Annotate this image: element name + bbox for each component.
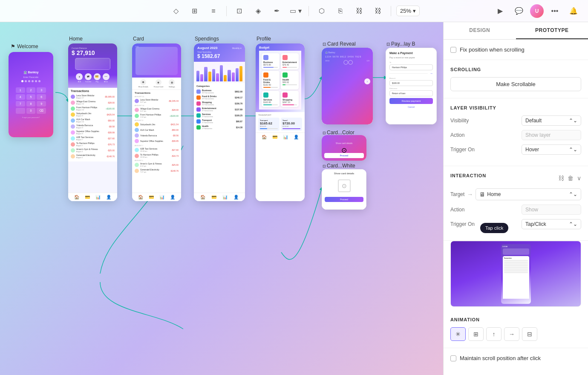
zoom-value: 25% bbox=[400, 8, 411, 14]
spendings-content: August 2023 Monthly ▾ Total Spending $ 1… bbox=[194, 43, 245, 201]
card-label: Card bbox=[133, 36, 144, 42]
anim-push-button[interactable]: ⊟ bbox=[522, 327, 537, 341]
anim-instant-button[interactable]: ✳ bbox=[450, 327, 466, 341]
anim-slide-right-button[interactable]: → bbox=[504, 327, 519, 341]
user-avatar[interactable]: U bbox=[530, 4, 544, 18]
visibility-row: Visibility Default ⌃⌄ bbox=[450, 115, 581, 126]
action-placeholder[interactable]: Show layer bbox=[522, 130, 581, 140]
divider-2 bbox=[308, 6, 309, 16]
zoom-control[interactable]: 25% ▾ bbox=[396, 6, 420, 16]
toolbar-right: ▶ 💬 U ••• 🔔 bbox=[493, 3, 581, 19]
right-panel: DESIGN PROTOTYPE Fix position when scrol… bbox=[443, 22, 588, 375]
scrolling-section: SCROLLING Make Scrollable bbox=[444, 60, 588, 98]
interaction-header: INTERACTION ⛓ 🗑 ∨ bbox=[450, 173, 581, 183]
card-reveal-label: ⊡Card Reveal bbox=[323, 41, 356, 47]
layer-visibility-section: LAYER VISIBILITY Visibility Default ⌃⌄ A… bbox=[444, 98, 588, 166]
target-select[interactable]: 🖥 Home ⌃⌄ bbox=[476, 188, 581, 200]
card-white-content: Show card details ⊙ Proceed bbox=[322, 169, 366, 210]
interaction-trigger-label: Trigger On bbox=[450, 221, 475, 227]
interaction-expand-icon[interactable]: ∨ bbox=[577, 175, 581, 182]
welcome-label: ⚑Welcome bbox=[11, 43, 38, 49]
diamond-tool[interactable]: ◇ bbox=[168, 3, 184, 19]
interaction-action-row: Action Show bbox=[450, 205, 581, 215]
layout-tool[interactable]: ⊞ bbox=[187, 3, 202, 19]
visibility-label: Visibility bbox=[450, 118, 469, 124]
visibility-select[interactable]: Default ⌃⌄ bbox=[522, 115, 581, 126]
card-frame[interactable]: 9:41 👁 Show Details ❄ Freeze Card ⚙ Sett… bbox=[132, 43, 181, 201]
maintain-scroll-row: Maintain scroll position after click bbox=[444, 348, 588, 368]
scrolling-title: SCROLLING bbox=[450, 67, 581, 72]
more-button[interactable]: ••• bbox=[547, 3, 562, 19]
visibility-chevron: ⌃⌄ bbox=[569, 118, 577, 124]
panel-tabs: DESIGN PROTOTYPE bbox=[444, 22, 588, 40]
trigger-select[interactable]: Hover ⌃⌄ bbox=[522, 144, 581, 155]
divider-1 bbox=[226, 6, 227, 16]
interaction-trigger-select[interactable]: Tap/Click ⌃⌄ bbox=[522, 219, 581, 229]
profile-label: Profile bbox=[257, 36, 271, 42]
link-tool[interactable]: ⛓ bbox=[352, 3, 367, 19]
action-label: Action bbox=[450, 132, 464, 138]
trigger-label: Trigger On bbox=[450, 147, 475, 153]
link2-tool[interactable]: ⛓ bbox=[370, 3, 386, 19]
animation-title: Animation bbox=[450, 317, 581, 322]
fix-position-section: Fix position when scrolling bbox=[444, 40, 588, 60]
card-white-label: ⊡Card...White bbox=[323, 163, 355, 169]
comment-button[interactable]: 💬 bbox=[511, 3, 527, 19]
home-content: Current Balance $ 27,910 + Add ⇄ Transfe… bbox=[68, 43, 117, 201]
interaction-trigger-row: Trigger On Tap/Click ⌃⌄ bbox=[450, 219, 581, 229]
interaction-action-placeholder[interactable]: Show bbox=[522, 205, 581, 215]
target-chevron: ⌃⌄ bbox=[569, 191, 577, 197]
frame-tool[interactable]: ⊡ bbox=[232, 3, 247, 19]
welcome-frame[interactable]: 🏦 Banksy Enter Passcode 123 456 789 0⌫ F… bbox=[9, 52, 53, 137]
maintain-scroll-checkbox[interactable] bbox=[450, 355, 456, 361]
pen-tool[interactable]: ✒ bbox=[269, 3, 285, 19]
design-tab[interactable]: DESIGN bbox=[444, 22, 516, 39]
target-label: Target bbox=[450, 191, 464, 197]
animation-section: Animation ✳ ⊞ ↑ → ⊟ bbox=[444, 310, 588, 348]
card-color-label: ⊡Card...Color bbox=[323, 130, 355, 136]
zoom-chevron: ▾ bbox=[413, 8, 416, 14]
trigger-chevron: ⌃⌄ bbox=[569, 147, 577, 153]
prototype-tab[interactable]: PROTOTYPE bbox=[516, 22, 588, 39]
notification-bell[interactable]: 🔔 bbox=[566, 3, 581, 19]
interaction-title: INTERACTION bbox=[450, 173, 486, 178]
profile-content: Budget Business $573.95 Entertainment $7… bbox=[256, 43, 305, 201]
spendings-label: Spendings bbox=[195, 36, 219, 42]
canvas[interactable]: ⚑Welcome 🏦 Banksy Enter Passcode 123 456… bbox=[0, 22, 443, 375]
copy-tool[interactable]: ⎘ bbox=[333, 3, 348, 19]
interaction-delete-icon[interactable]: 🗑 bbox=[568, 175, 574, 182]
card-color-frame[interactable]: Show card details ⊙ Proceed bbox=[322, 135, 366, 161]
card-reveal-frame[interactable]: 🏦 Banksy 1234 5678 9812 3456 7625 18/24 … bbox=[322, 48, 373, 124]
layer-visibility-title: LAYER VISIBILITY bbox=[450, 105, 581, 110]
preview-thumbnail: $ 27,910 Transactions bbox=[450, 241, 581, 307]
target-row: Target → 🖥 Home ⌃⌄ bbox=[450, 188, 581, 200]
filter-tool[interactable]: ≡ bbox=[206, 3, 221, 19]
rect-tool[interactable]: ▭ ▾ bbox=[288, 3, 303, 19]
target-arrow-icon: → bbox=[467, 191, 473, 198]
anim-slide-up-button[interactable]: ↑ bbox=[486, 327, 502, 341]
fix-position-checkbox[interactable] bbox=[450, 47, 456, 53]
play-button[interactable]: ▶ bbox=[493, 3, 508, 19]
profile-frame[interactable]: Budget Business $573.95 Entertainment $7… bbox=[256, 43, 305, 201]
interaction-link-icon: ⛓ bbox=[558, 175, 564, 182]
boolean-tool[interactable]: ⬡ bbox=[314, 3, 329, 19]
tap-click-label: Tap click bbox=[485, 225, 503, 231]
interaction-icons: ⛓ 🗑 ∨ bbox=[558, 175, 581, 182]
interaction-trigger-value: Tap/Click bbox=[525, 221, 546, 227]
pay-frame[interactable]: Make a Payment Pay a recent or new payee… bbox=[386, 48, 437, 124]
anim-dissolve-button[interactable]: ⊞ bbox=[468, 327, 484, 341]
fix-position-row: Fix position when scrolling bbox=[450, 46, 581, 53]
maintain-scroll-label: Maintain scroll position after click bbox=[460, 355, 541, 361]
home-frame[interactable]: Current Balance $ 27,910 + Add ⇄ Transfe… bbox=[68, 43, 117, 201]
card-content: 9:41 👁 Show Details ❄ Freeze Card ⚙ Sett… bbox=[132, 43, 181, 201]
card-color-content: Show card details ⊙ Proceed bbox=[322, 135, 366, 161]
trigger-value: Hover bbox=[525, 147, 539, 153]
target-screen-icon: 🖥 bbox=[479, 191, 485, 198]
card-white-frame[interactable]: Show card details ⊙ Proceed bbox=[322, 169, 366, 210]
toolbar: ◇ ⊞ ≡ ⊡ ◈ ✒ ▭ ▾ ⬡ ⎘ ⛓ ⛓ 25% ▾ ▶ 💬 U ••• … bbox=[0, 0, 588, 22]
component-tool[interactable]: ◈ bbox=[251, 3, 266, 19]
welcome-content: 🏦 Banksy Enter Passcode 123 456 789 0⌫ F… bbox=[9, 52, 53, 137]
make-scrollable-button[interactable]: Make Scrollable bbox=[450, 77, 581, 91]
spendings-frame[interactable]: August 2023 Monthly ▾ Total Spending $ 1… bbox=[194, 43, 245, 201]
fix-position-label: Fix position when scrolling bbox=[460, 46, 525, 53]
